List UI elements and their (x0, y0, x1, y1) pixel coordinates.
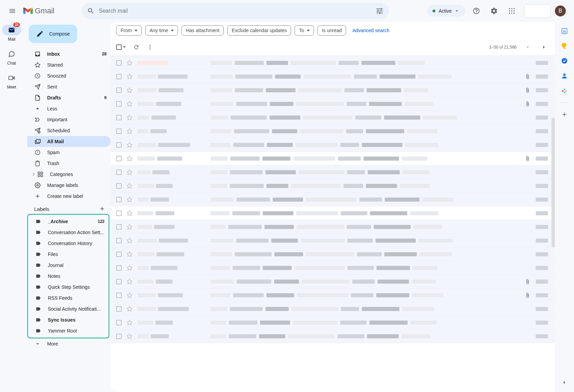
slack-addon[interactable] (561, 87, 568, 94)
nav-less[interactable]: Less (27, 103, 111, 114)
row-checkbox[interactable] (116, 293, 122, 298)
row-checkbox[interactable] (116, 183, 122, 189)
nav-important[interactable]: Important (27, 114, 111, 125)
row-star[interactable] (126, 210, 133, 216)
scrollbar-thumb[interactable] (551, 118, 555, 247)
row-checkbox[interactable] (116, 129, 122, 134)
row-star[interactable] (126, 320, 133, 326)
select-all-checkbox[interactable] (116, 44, 126, 50)
row-star[interactable] (126, 238, 133, 244)
row-star[interactable] (126, 224, 133, 230)
label-item[interactable]: Conversation History (28, 238, 109, 249)
contacts-addon[interactable] (561, 72, 568, 79)
row-star[interactable] (126, 60, 133, 66)
apps-button[interactable] (505, 4, 519, 18)
mail-row[interactable] (111, 70, 555, 83)
row-checkbox[interactable] (116, 265, 122, 271)
nav-starred[interactable]: Starred (27, 59, 111, 70)
nav-categories[interactable]: Categories (27, 169, 111, 180)
label-item[interactable]: Files (28, 249, 109, 260)
mail-row[interactable] (111, 220, 555, 234)
mail-row[interactable] (111, 152, 555, 165)
mail-row[interactable] (111, 56, 555, 70)
row-star[interactable] (126, 169, 133, 175)
row-star[interactable] (126, 183, 133, 189)
keep-addon[interactable] (561, 42, 568, 49)
mail-row[interactable] (111, 275, 555, 288)
tune-icon[interactable] (375, 7, 384, 15)
mail-row[interactable] (111, 302, 555, 316)
row-star[interactable] (126, 251, 133, 257)
row-star[interactable] (126, 114, 133, 121)
nav-manage-labels[interactable]: Manage labels (27, 180, 111, 191)
rail-mail[interactable]: 28 Mail (2, 25, 21, 42)
mail-row[interactable] (111, 124, 555, 138)
row-checkbox[interactable] (116, 101, 122, 107)
row-star[interactable] (126, 306, 133, 312)
filter-anytime[interactable]: Any time (145, 25, 178, 36)
tasks-addon[interactable] (561, 57, 568, 64)
main-menu-button[interactable] (4, 3, 20, 19)
support-button[interactable] (469, 4, 483, 18)
nav-sent[interactable]: Sent (27, 81, 111, 92)
rail-meet[interactable]: Meet (2, 72, 21, 90)
mail-list[interactable]: Draft (no subject) (111, 55, 555, 392)
nav-inbox[interactable]: Inbox28 (27, 49, 111, 59)
refresh-icon[interactable] (133, 44, 139, 50)
compose-button[interactable]: Compose (29, 25, 77, 43)
row-checkbox[interactable] (116, 224, 122, 230)
filter-to[interactable]: To (295, 25, 314, 36)
row-checkbox[interactable] (116, 60, 122, 66)
label-item[interactable]: _Archive122 (28, 216, 109, 227)
mail-row[interactable] (111, 138, 555, 152)
row-checkbox[interactable] (116, 74, 122, 79)
row-checkbox[interactable] (116, 87, 122, 93)
row-checkbox[interactable] (116, 170, 122, 175)
label-item[interactable]: RSS Feeds (28, 293, 109, 303)
row-star[interactable] (126, 101, 133, 107)
filter-exclude-calendar[interactable]: Exclude calendar updates (227, 25, 291, 36)
row-star[interactable] (126, 87, 133, 93)
label-item[interactable]: Sync Issues (28, 314, 109, 325)
page-next-button[interactable] (538, 42, 549, 53)
filter-attachment[interactable]: Has attachment (181, 25, 224, 36)
mail-row[interactable] (111, 83, 555, 97)
row-star[interactable] (126, 197, 133, 203)
label-item[interactable]: Notes (28, 271, 109, 282)
filter-from[interactable]: From (116, 25, 142, 36)
side-panel-collapse[interactable] (560, 378, 569, 387)
gmail-logo[interactable]: Gmail (23, 6, 54, 15)
nav-trash[interactable]: Trash (27, 158, 111, 169)
row-checkbox[interactable] (116, 252, 122, 257)
nav-snoozed[interactable]: Snoozed (27, 70, 111, 81)
settings-button[interactable] (487, 4, 501, 18)
get-addons[interactable] (561, 111, 568, 118)
mail-row[interactable] (111, 179, 555, 193)
row-checkbox[interactable] (116, 306, 122, 312)
nav-spam[interactable]: Spam (27, 147, 111, 158)
search-bar[interactable] (82, 3, 389, 19)
row-star[interactable] (126, 265, 133, 271)
row-checkbox[interactable] (116, 320, 122, 325)
status-pill[interactable]: Active (427, 5, 465, 17)
mail-row[interactable] (111, 316, 555, 329)
search-input[interactable] (99, 8, 375, 14)
mail-row[interactable] (111, 329, 555, 343)
row-star[interactable] (126, 292, 133, 298)
row-checkbox[interactable] (116, 279, 122, 284)
account-switcher[interactable] (524, 4, 551, 18)
user-avatar[interactable]: B (555, 5, 566, 16)
mail-row[interactable] (111, 261, 555, 275)
row-star[interactable] (126, 128, 133, 134)
nav-scheduled[interactable]: Scheduled (27, 125, 111, 136)
label-item[interactable]: Conversation Action Sett... (28, 227, 109, 238)
row-star[interactable] (126, 73, 133, 80)
label-item[interactable]: Social Activity Notificati... (28, 303, 109, 314)
label-item[interactable]: Journal (28, 260, 109, 271)
add-label-icon[interactable] (99, 206, 105, 212)
mail-row[interactable] (111, 111, 555, 124)
mail-row[interactable] (111, 193, 555, 206)
mail-row[interactable] (111, 97, 555, 111)
row-checkbox[interactable] (116, 238, 122, 243)
more-icon[interactable] (147, 44, 153, 50)
